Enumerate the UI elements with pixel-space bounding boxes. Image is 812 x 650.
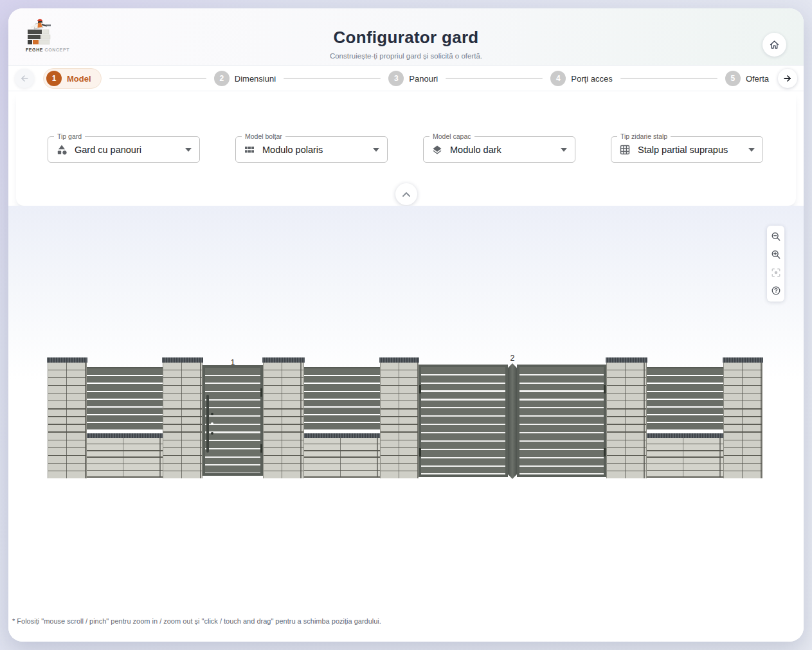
gate-leaf-left [419,365,508,477]
gate-knob [211,422,213,425]
panel-slats [87,367,163,429]
fence-pillar [263,357,304,478]
center-focus-icon [771,267,781,278]
chevron-down-icon [748,148,755,152]
tip-zidarie-stalp-select[interactable]: Tip zidarie stalp Stalp partial suprapus [611,136,763,163]
step-porti-acces[interactable]: 4 Porți acces [550,71,612,86]
chevron-up-icon [402,192,411,197]
zoom-out-icon [771,231,781,242]
pillar-cap [606,357,647,363]
chevron-down-icon [561,148,567,152]
panel-lowwall [87,438,163,478]
gate-hinge [419,448,421,456]
chevron-down-icon [373,148,379,152]
layers-icon [431,144,443,156]
gate-number-label: 1 [231,358,235,367]
gate-leaf-right [517,365,606,477]
category-icon [56,144,68,156]
page-subtitle: Construiește-ți propriul gard și solicit… [213,52,599,60]
pedestrian-gate: 1 [203,365,263,476]
home-icon [769,39,780,50]
field-label: Tip gard [54,132,85,140]
stepper: 1 Model 2 Dimensiuni 3 Panouri 4 Porți a… [8,66,804,91]
step-label: Panouri [409,74,438,84]
zoom-in-button[interactable] [767,247,784,262]
step-connector [284,78,381,79]
center-view-button[interactable] [767,265,784,280]
canvas-usage-hint: * Folosiți "mouse scroll / pinch" pentru… [12,617,381,625]
step-connector [620,78,717,79]
pillar-body [263,363,304,478]
fence-panel [87,367,163,478]
grid-on-icon [619,144,631,156]
step-label: Model [67,74,91,84]
field-label: Model capac [429,132,474,140]
double-gate: 2 [419,363,606,479]
panel-slats [647,367,723,429]
panel-slats [304,367,380,429]
pillar-body [606,363,647,478]
logo-brand: FEGHE [26,48,43,52]
step-model[interactable]: 1 Model [43,68,102,89]
step-label: Oferta [746,74,769,84]
fence-pillar [48,357,87,478]
fence-pillar [163,357,203,478]
step-badge: 5 [725,71,741,86]
field-value: Gard cu panouri [75,145,141,155]
tip-gard-select[interactable]: Tip gard Gard cu panouri [48,136,200,163]
step-connector [109,78,206,79]
page-title-block: Configurator gard Construiește-ți propri… [213,28,599,60]
pillar-body [48,363,87,478]
panel-ledge [647,433,723,438]
arrow-left-icon [19,73,30,84]
step-oferta[interactable]: 5 Oferta [725,71,769,86]
fence-panel [647,367,723,478]
help-button[interactable] [767,283,784,298]
arrow-right-icon [782,73,793,84]
field-value: Stalp partial suprapus [638,145,728,155]
pillar-cap [262,357,305,363]
model-boltar-select[interactable]: Model bolțar Modulo polaris [235,136,388,163]
step-badge: 4 [550,71,566,86]
stepper-next-button[interactable] [778,69,797,88]
pillar-cap [379,357,419,363]
mason-logo-icon [23,18,53,46]
gate-knob [211,432,213,435]
gate-center-post [508,363,517,479]
fence-pillar [723,357,762,478]
pillar-cap [723,357,763,363]
grid-modules-icon [244,144,255,156]
stepper-prev-button[interactable] [15,69,34,88]
model-capac-select[interactable]: Model capac Modulo dark [423,136,575,163]
step-badge: 1 [46,71,62,86]
fence-preview[interactable]: 1 2 [48,357,762,481]
logo-caption: FEGHE CONCEPT [23,48,73,52]
panel-ledge [304,433,380,438]
pillar-body [163,363,203,478]
step-panouri[interactable]: 3 Panouri [388,71,438,86]
gate-hinge [419,385,421,393]
zoom-out-button[interactable] [767,229,784,244]
canvas-zoom-controls [767,226,784,302]
page-title: Configurator gard [213,28,599,48]
pillar-cap [47,357,87,363]
gate-knob [211,413,213,415]
step-label: Porți acces [571,74,612,84]
app-header: FEGHE CONCEPT Configurator gard Construi… [8,8,804,66]
step-badge: 2 [214,71,230,86]
zoom-in-icon [771,249,781,260]
fence-canvas[interactable]: 1 2 [8,206,804,642]
home-button[interactable] [762,33,786,57]
logo-suffix: CONCEPT [45,48,69,52]
configurator-app: FEGHE CONCEPT Configurator gard Construi… [8,8,804,642]
step-dimensiuni[interactable]: 2 Dimensiuni [214,71,276,86]
fence-pillar [380,357,419,478]
steps-row: 1 Model 2 Dimensiuni 3 Panouri 4 Porți a… [43,68,769,89]
step-badge: 3 [388,71,404,86]
gate-hinge [604,448,606,456]
gate-handle [206,395,209,453]
collapse-panel-button[interactable] [395,183,417,205]
pillar-body [380,363,419,478]
gate-hinge [260,388,262,397]
company-logo: FEGHE CONCEPT [23,18,73,52]
